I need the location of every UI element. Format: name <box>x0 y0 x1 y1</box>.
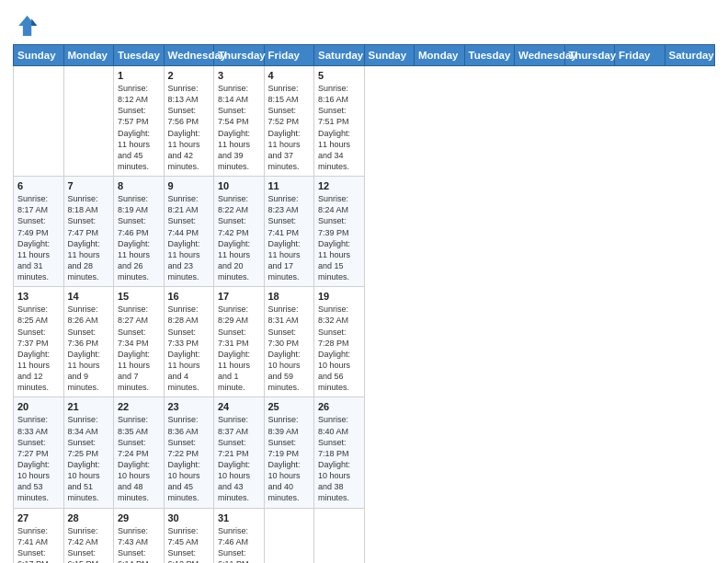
weekday-header-thursday: Thursday <box>214 45 265 66</box>
day-info: Sunrise: 7:43 AMSunset: 6:14 PMDaylight:… <box>118 525 160 564</box>
day-number: 22 <box>118 401 160 412</box>
day-info: Sunrise: 8:23 AMSunset: 7:41 PMDaylight:… <box>268 193 311 282</box>
header <box>13 9 715 39</box>
calendar-cell: 10Sunrise: 8:22 AMSunset: 7:42 PMDayligh… <box>214 177 265 287</box>
week-row-4: 27Sunrise: 7:41 AMSunset: 6:17 PMDayligh… <box>14 508 715 563</box>
weekday-header-monday: Monday <box>63 45 114 66</box>
svg-marker-1 <box>31 18 37 26</box>
calendar-cell: 21Sunrise: 8:34 AMSunset: 7:25 PMDayligh… <box>63 397 114 508</box>
day-info: Sunrise: 8:18 AMSunset: 7:47 PMDaylight:… <box>68 193 110 282</box>
day-info: Sunrise: 8:40 AMSunset: 7:18 PMDaylight:… <box>318 414 360 503</box>
calendar-cell: 29Sunrise: 7:43 AMSunset: 6:14 PMDayligh… <box>114 508 165 563</box>
calendar-cell: 9Sunrise: 8:21 AMSunset: 7:44 PMDaylight… <box>164 177 214 287</box>
weekday-header-sunday: Sunday <box>14 45 64 66</box>
day-info: Sunrise: 8:24 AMSunset: 7:39 PMDaylight:… <box>318 193 360 282</box>
day-number: 29 <box>118 512 160 523</box>
day-number: 25 <box>268 401 311 412</box>
day-number: 15 <box>118 291 160 302</box>
weekday-header-friday: Friday <box>264 45 314 66</box>
day-number: 28 <box>68 512 110 523</box>
day-number: 24 <box>218 401 260 412</box>
day-info: Sunrise: 8:37 AMSunset: 7:21 PMDaylight:… <box>218 414 260 503</box>
page: SundayMondayTuesdayWednesdayThursdayFrid… <box>0 0 728 563</box>
day-number: 7 <box>68 180 110 191</box>
calendar-cell: 5Sunrise: 8:16 AMSunset: 7:51 PMDaylight… <box>314 66 365 177</box>
day-number: 30 <box>168 512 210 523</box>
day-info: Sunrise: 7:45 AMSunset: 6:12 PMDaylight:… <box>168 525 210 564</box>
calendar-cell: 12Sunrise: 8:24 AMSunset: 7:39 PMDayligh… <box>314 177 365 287</box>
day-number: 16 <box>168 291 210 302</box>
calendar-cell: 30Sunrise: 7:45 AMSunset: 6:12 PMDayligh… <box>164 508 214 563</box>
day-info: Sunrise: 8:33 AMSunset: 7:27 PMDaylight:… <box>17 414 60 503</box>
logo <box>13 13 42 39</box>
day-info: Sunrise: 8:36 AMSunset: 7:22 PMDaylight:… <box>168 414 210 503</box>
day-info: Sunrise: 8:12 AMSunset: 7:57 PMDaylight:… <box>118 83 160 172</box>
calendar-cell <box>63 66 114 177</box>
day-number: 4 <box>268 70 311 81</box>
weekday-header-saturday: Saturday <box>314 45 365 66</box>
day-number: 1 <box>118 70 160 81</box>
day-number: 13 <box>17 291 60 302</box>
calendar-cell: 11Sunrise: 8:23 AMSunset: 7:41 PMDayligh… <box>264 177 314 287</box>
weekday-header-thursday: Thursday <box>564 45 615 66</box>
weekday-header-tuesday: Tuesday <box>114 45 165 66</box>
day-number: 17 <box>218 291 260 302</box>
logo-icon <box>13 13 39 39</box>
calendar-cell: 24Sunrise: 8:37 AMSunset: 7:21 PMDayligh… <box>214 397 265 508</box>
day-number: 23 <box>168 401 210 412</box>
calendar-cell <box>264 508 314 563</box>
weekday-header-saturday: Saturday <box>665 45 715 66</box>
day-info: Sunrise: 8:34 AMSunset: 7:25 PMDaylight:… <box>68 414 110 503</box>
day-info: Sunrise: 8:13 AMSunset: 7:56 PMDaylight:… <box>168 83 210 172</box>
week-row-2: 13Sunrise: 8:25 AMSunset: 7:37 PMDayligh… <box>14 287 715 397</box>
calendar-cell: 1Sunrise: 8:12 AMSunset: 7:57 PMDaylight… <box>114 66 165 177</box>
calendar-cell: 3Sunrise: 8:14 AMSunset: 7:54 PMDaylight… <box>214 66 265 177</box>
day-number: 9 <box>168 180 210 191</box>
calendar-cell: 17Sunrise: 8:29 AMSunset: 7:31 PMDayligh… <box>214 287 265 397</box>
day-number: 8 <box>118 180 160 191</box>
day-info: Sunrise: 8:29 AMSunset: 7:31 PMDaylight:… <box>218 304 260 393</box>
weekday-header-sunday: Sunday <box>364 45 415 66</box>
week-row-3: 20Sunrise: 8:33 AMSunset: 7:27 PMDayligh… <box>14 397 715 508</box>
day-info: Sunrise: 7:46 AMSunset: 6:11 PMDaylight:… <box>218 525 260 564</box>
calendar-cell <box>14 66 64 177</box>
calendar-cell: 13Sunrise: 8:25 AMSunset: 7:37 PMDayligh… <box>14 287 64 397</box>
weekday-header-tuesday: Tuesday <box>464 45 515 66</box>
day-info: Sunrise: 8:31 AMSunset: 7:30 PMDaylight:… <box>268 304 311 393</box>
calendar-table: SundayMondayTuesdayWednesdayThursdayFrid… <box>13 44 715 563</box>
calendar-cell: 31Sunrise: 7:46 AMSunset: 6:11 PMDayligh… <box>214 508 265 563</box>
weekday-header-friday: Friday <box>615 45 665 66</box>
calendar-cell: 8Sunrise: 8:19 AMSunset: 7:46 PMDaylight… <box>114 177 165 287</box>
day-number: 26 <box>318 401 360 412</box>
calendar-cell: 2Sunrise: 8:13 AMSunset: 7:56 PMDaylight… <box>164 66 214 177</box>
calendar-cell: 15Sunrise: 8:27 AMSunset: 7:34 PMDayligh… <box>114 287 165 397</box>
day-number: 10 <box>218 180 260 191</box>
calendar-cell: 6Sunrise: 8:17 AMSunset: 7:49 PMDaylight… <box>14 177 64 287</box>
calendar-cell: 18Sunrise: 8:31 AMSunset: 7:30 PMDayligh… <box>264 287 314 397</box>
day-number: 14 <box>68 291 110 302</box>
day-number: 11 <box>268 180 311 191</box>
day-info: Sunrise: 8:26 AMSunset: 7:36 PMDaylight:… <box>68 304 110 393</box>
day-info: Sunrise: 8:28 AMSunset: 7:33 PMDaylight:… <box>168 304 210 393</box>
day-number: 31 <box>218 512 260 523</box>
day-info: Sunrise: 8:17 AMSunset: 7:49 PMDaylight:… <box>17 193 60 282</box>
week-row-1: 6Sunrise: 8:17 AMSunset: 7:49 PMDaylight… <box>14 177 715 287</box>
calendar-cell: 16Sunrise: 8:28 AMSunset: 7:33 PMDayligh… <box>164 287 214 397</box>
calendar-cell: 22Sunrise: 8:35 AMSunset: 7:24 PMDayligh… <box>114 397 165 508</box>
day-info: Sunrise: 8:35 AMSunset: 7:24 PMDaylight:… <box>118 414 160 503</box>
day-number: 20 <box>17 401 60 412</box>
day-info: Sunrise: 7:41 AMSunset: 6:17 PMDaylight:… <box>17 525 60 564</box>
day-number: 6 <box>17 180 60 191</box>
calendar-cell: 19Sunrise: 8:32 AMSunset: 7:28 PMDayligh… <box>314 287 365 397</box>
day-number: 12 <box>318 180 360 191</box>
day-info: Sunrise: 7:42 AMSunset: 6:15 PMDaylight:… <box>68 525 110 564</box>
calendar-cell: 7Sunrise: 8:18 AMSunset: 7:47 PMDaylight… <box>63 177 114 287</box>
day-info: Sunrise: 8:21 AMSunset: 7:44 PMDaylight:… <box>168 193 210 282</box>
day-number: 2 <box>168 70 210 81</box>
day-info: Sunrise: 8:39 AMSunset: 7:19 PMDaylight:… <box>268 414 311 503</box>
calendar-cell: 26Sunrise: 8:40 AMSunset: 7:18 PMDayligh… <box>314 397 365 508</box>
day-number: 5 <box>318 70 360 81</box>
day-number: 3 <box>218 70 260 81</box>
weekday-header-monday: Monday <box>415 45 465 66</box>
weekday-header-wednesday: Wednesday <box>515 45 565 66</box>
